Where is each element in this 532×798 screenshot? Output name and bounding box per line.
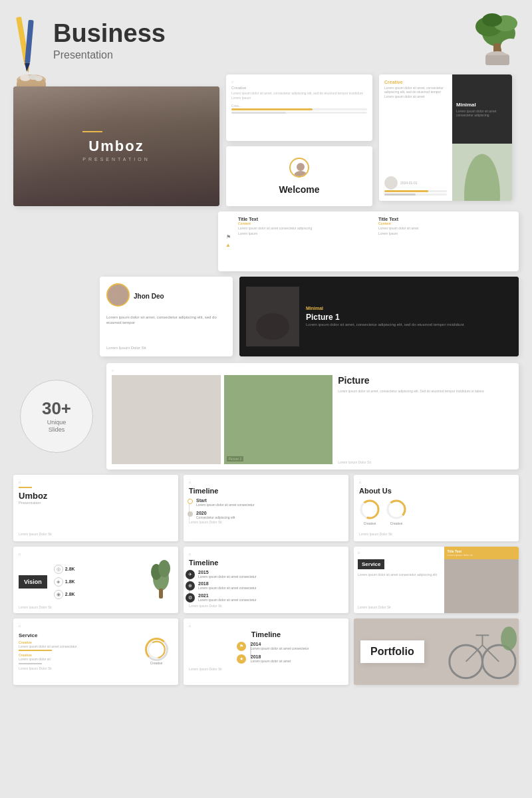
plant-decoration [439, 13, 519, 80]
creative-date: 2024-01-01 [400, 181, 418, 185]
timeline3-item-2: ★ 2018 Lorem ipsum dolor sit amet [251, 654, 343, 664]
picture1-title: Picture 1 [306, 313, 512, 322]
gallery-text-area: Picture Lorem ipsum dolor sit amet, cons… [338, 375, 513, 464]
timeline2-year-3: 2021 [198, 593, 257, 598]
progress-2 [231, 112, 367, 114]
sc-service-label: Service [19, 632, 136, 638]
icon-triangle: ▲ [225, 242, 231, 248]
creative-bars [384, 190, 447, 196]
timeline2-dot-3: ⚙ [186, 593, 195, 602]
timeline-items: Start Lorem ipsum dolor sit amet consect… [189, 498, 343, 520]
content-label-2: Content [378, 221, 513, 225]
timeline2-dot-2: ⊕ [186, 581, 195, 591]
slide-creative-work: Creative Lorem ipsum dolor sit amet, con… [379, 74, 512, 201]
slide-hero: Umboz PRESENTATION [13, 86, 219, 206]
umboz-small-title: Umboz [19, 491, 173, 501]
main-container: Business Presentation [0, 0, 532, 798]
timeline2-item-1: ✈ 2015 Lorem ipsum dolor sit amet consec… [198, 570, 343, 579]
timeline-tag: □ [189, 480, 343, 484]
sc-lorem: Lorem Ipsum Dolor Sit [19, 666, 136, 670]
service-creative-left: □ Service Creative Lorem ipsum dolor sit… [19, 624, 136, 680]
timeline-year-1: Start [196, 498, 255, 503]
sc-text-1: Lorem ipsum dolor sit amet consectetur [19, 644, 136, 649]
slide-tag: □ [231, 80, 367, 84]
svg-rect-25 [112, 375, 221, 464]
bar-fill-2 [384, 194, 416, 196]
svg-point-12 [482, 13, 502, 27]
gallery-tag: □ [112, 368, 513, 372]
slide-picture1: Minimal Picture 1 Lorem ipsum dolor sit … [239, 277, 519, 356]
umboz-line [19, 487, 32, 488]
creative-avatar-1 [384, 176, 398, 190]
slide-vision: □ Vision ◎ 2.8K ◈ 1.8K ◉ [13, 547, 178, 613]
vision-row-1: ◎ 2.8K [54, 565, 146, 574]
creative-label: Creative [231, 86, 367, 90]
about-circle-1: Creative [359, 499, 380, 525]
timeline3-title: Timeline [189, 630, 343, 638]
service1-text: Lorem ipsum dolor sit amet consectetur a… [358, 573, 440, 577]
vision-icon-1: ◎ [54, 565, 63, 574]
jhon-info: Jhon Deo [134, 293, 164, 300]
timeline2-dot-1: ✈ [186, 570, 195, 579]
service1-inner: □ Service Lorem ipsum dolor sit amet con… [354, 547, 519, 613]
badge-30: 30+ Unique Slides [13, 373, 100, 460]
service-creative-inner: □ Service Creative Lorem ipsum dolor sit… [13, 618, 178, 685]
timeline3-items: ⚑ 2014 Lorem ipsum dolor sit amet consec… [189, 642, 343, 664]
gallery-title: Picture [338, 375, 513, 386]
slide-timeline2: □ Timeline ✈ 2015 Lorem ipsum dolor sit … [184, 547, 348, 613]
creative-right: Minimal Lorem ipsum dolor sit amet conse… [452, 74, 512, 201]
timeline2-text-2: Lorem ipsum dolor sit amet consectetur [198, 586, 257, 591]
portfolio-content: Portfolio [354, 618, 519, 685]
timeline2-tag: □ [189, 552, 343, 556]
timeline3-inner: □ Timeline ⚑ 2014 Lorem ipsum dolor sit … [184, 618, 348, 685]
creative-text: Lorem ipsum dolor sit amet, consectetur … [231, 91, 367, 100]
timeline2-text-3: Lorem ipsum dolor sit amet consectetur [198, 598, 257, 602]
title-content-2: Title Text Content Lorem ipsum dolor sit… [378, 217, 513, 266]
jhon-inner: Jhon Deo Lorem ipsum dolor sit amet, con… [100, 277, 233, 356]
vision-lorem: Lorem Ipsum Dolor Sit [19, 605, 173, 609]
portfolio-inner: Portfolio [354, 618, 519, 685]
umboz-small-tag: □ [19, 480, 173, 484]
row-5-cols: □ Service Creative Lorem ipsum dolor sit… [13, 618, 519, 685]
icon-flag: ⚑ [226, 234, 231, 240]
title-1: Title Text [238, 217, 373, 221]
timeline3-year-1: 2014 [251, 642, 309, 646]
slide-about-us: □ About Us Creative [354, 475, 519, 541]
timeline-year-2: 2020 [196, 511, 235, 515]
creative-dark-box: Minimal Lorem ipsum dolor sit amet conse… [452, 74, 512, 144]
timeline2-year-2: 2018 [198, 581, 257, 586]
timeline-lorem: Lorem Ipsum Dolor Sit [189, 520, 343, 524]
timeline2-lorem: Lorem Ipsum Dolor Sit [189, 604, 343, 608]
title-text-1: Lorem ipsum dolor sit amet consectetur a… [238, 226, 373, 230]
lorem-2: Lorem Ipsum [378, 231, 513, 235]
vision-row-2: ◈ 1.8K [54, 577, 146, 587]
badge-number: 30+ [42, 398, 71, 419]
vision-plant [150, 559, 173, 605]
sc-bar-2 [19, 663, 42, 664]
svg-point-17 [297, 163, 305, 171]
content-label: Content [238, 221, 373, 225]
service1-label: Service [358, 559, 384, 569]
slide-hero-bg: Umboz PRESENTATION [13, 86, 219, 206]
svg-rect-35 [444, 559, 519, 613]
jhon-name: Jhon Deo [134, 293, 164, 300]
creative-section-label: Creative [384, 80, 447, 84]
creative-left: Creative Lorem ipsum dolor sit amet, con… [379, 74, 452, 201]
sc-bar-1 [19, 650, 52, 651]
umboz-small-inner: □ Umboz Presentation Lorem Ipsum Dolor S… [13, 475, 178, 541]
slide-welcome: Welcome [226, 146, 372, 206]
vision-value-3: 2.8K [65, 592, 75, 597]
timeline-title: Timeline [189, 487, 343, 495]
slide-gallery: □ Picture 1 Picture 2 [106, 363, 519, 469]
gallery-photo-1: Picture 1 [112, 375, 221, 464]
about-tag: □ [359, 480, 513, 484]
timeline3-tag: □ [189, 624, 343, 628]
gallery-inner: □ Picture 1 Picture 2 [106, 363, 519, 469]
minimal-text: Lorem ipsum dolor sit amet consectetur a… [456, 109, 508, 117]
svg-point-21 [114, 287, 124, 297]
timeline-text-2: Consectetur adipiscing elit [196, 515, 235, 520]
about-inner: □ About Us Creative [354, 475, 519, 541]
vision-icon-3: ◉ [54, 590, 63, 599]
timeline2-item-2: ⊕ 2018 Lorem ipsum dolor sit amet consec… [198, 581, 343, 591]
vision-value-2: 1.8K [65, 579, 75, 584]
